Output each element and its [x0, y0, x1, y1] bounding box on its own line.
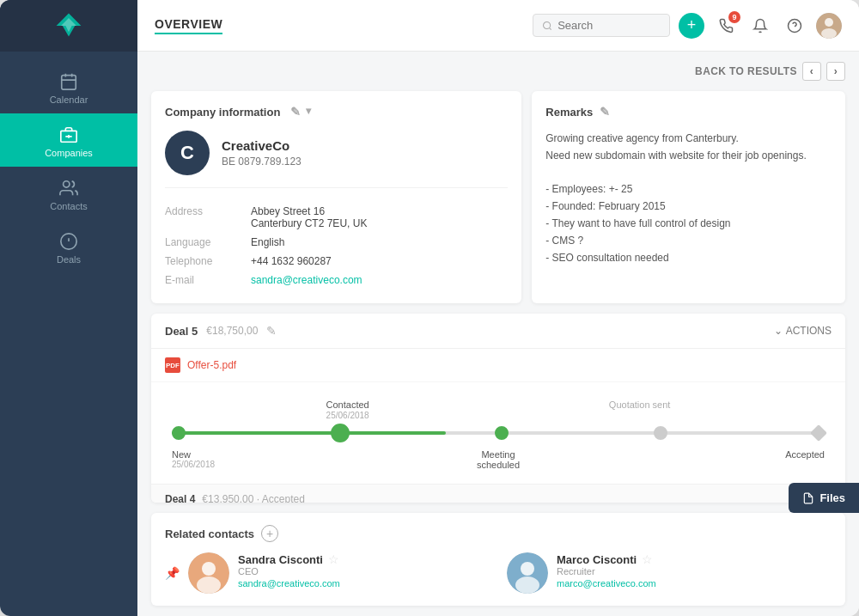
company-logo-letter: C — [180, 142, 194, 164]
address-row: Address Abbey Street 16 Canterbury CT2 7… — [165, 202, 508, 233]
company-vat: BE 0879.789.123 — [222, 156, 302, 168]
sandra-role: CEO — [238, 566, 340, 576]
company-name-block: CreativeCo BE 0879.789.123 — [222, 138, 302, 168]
svg-point-25 — [515, 576, 539, 594]
stage-labels: New 25/06/2018 Meeting scheduled Accepte… — [172, 449, 825, 470]
sandra-name-row: Sandra Cisconti ☆ — [238, 552, 340, 566]
sidebar-item-calendar[interactable]: Calendar — [0, 60, 137, 113]
telephone-value: +44 1632 960287 — [251, 255, 332, 267]
sidebar-item-companies[interactable]: Companies — [0, 113, 137, 167]
search-box[interactable] — [533, 14, 670, 37]
company-name: CreativeCo — [222, 138, 302, 153]
actions-label: ACTIONS — [786, 325, 832, 337]
sandra-name: Sandra Cisconti — [238, 553, 323, 566]
stage-meeting-dot — [495, 426, 509, 440]
deal5-actions[interactable]: ⌄ ACTIONS — [774, 325, 832, 337]
sandra-avatar — [188, 552, 229, 594]
progress-stages — [172, 424, 825, 442]
deal5-amount: €18,750,00 — [206, 325, 258, 337]
deal5-file-name[interactable]: Offer-5.pdf — [187, 359, 236, 371]
stage-top-labels: Contacted25/06/2018 Quotation sent — [172, 399, 825, 420]
remarks-edit-icon[interactable]: ✎ — [600, 105, 610, 119]
deal4-row[interactable]: Deal 4 €13,950,00 · Accepted — [151, 484, 845, 503]
company-info-card: Company information ✎ ▾ C CreativeCo BE … — [151, 91, 521, 303]
label-contacted — [318, 449, 387, 470]
related-title: Related contacts — [165, 528, 254, 540]
header-right: + 9 — [533, 13, 842, 39]
deal5-progress: Contacted25/06/2018 Quotation sent — [151, 382, 845, 484]
search-input[interactable] — [557, 19, 661, 32]
svg-point-19 — [821, 28, 837, 39]
notifications-button[interactable]: 9 — [713, 13, 739, 39]
nav-next-arrow[interactable]: › — [826, 62, 845, 81]
deal5-file-row: PDF Offer-5.pdf — [151, 349, 845, 382]
deal5-title-area: Deal 5 €18,750,00 ✎ — [165, 324, 277, 338]
sandra-email[interactable]: sandra@creativeco.com — [238, 578, 340, 589]
add-contact-button[interactable]: + — [261, 525, 278, 542]
remarks-title: Remarks — [545, 106, 593, 119]
sidebar-deals-label: Deals — [57, 254, 81, 265]
stage-accepted-name: Accepted — [785, 449, 825, 460]
files-button[interactable]: Files — [789, 483, 859, 513]
company-edit-icon[interactable]: ✎ — [290, 105, 301, 119]
bell-icon — [752, 18, 768, 34]
marco-avatar — [507, 552, 548, 594]
company-info-top: C CreativeCo BE 0879.789.123 — [165, 131, 508, 188]
pdf-icon: PDF — [165, 357, 180, 373]
marco-name-row: Marco Cisconti ☆ — [557, 552, 656, 566]
sidebar-nav: Calendar Companies Contacts — [0, 52, 137, 616]
deal4-amount: €13,950,00 — [202, 493, 253, 503]
user-avatar[interactable] — [816, 13, 842, 39]
marco-star-icon[interactable]: ☆ — [642, 552, 653, 566]
content-area: BACK TO RESULTS ‹ › Company information … — [137, 52, 859, 616]
sidebar-item-contacts[interactable]: Contacts — [0, 167, 137, 220]
remarks-text: Growing creative agency from Canterbury.… — [545, 131, 832, 266]
label-meeting: Meeting scheduled — [464, 449, 533, 470]
contact-marco: Marco Cisconti ☆ Recruiter marco@creativ… — [507, 552, 832, 594]
deal5-edit-icon[interactable]: ✎ — [266, 324, 277, 338]
sidebar-item-deals[interactable]: Deals — [0, 220, 137, 273]
sandra-info: Sandra Cisconti ☆ CEO sandra@creativeco.… — [238, 552, 340, 589]
deal4-details: €13,950,00 · Accepted — [202, 493, 304, 503]
svg-rect-2 — [62, 76, 76, 90]
page-title: OVERVIEW — [155, 17, 222, 34]
alert-button[interactable] — [747, 13, 773, 39]
deal5-card: Deal 5 €18,750,00 ✎ ⌄ ACTIONS PDF Offer-… — [151, 314, 845, 503]
files-label: Files — [819, 491, 845, 504]
telephone-label: Telephone — [165, 255, 234, 267]
help-button[interactable] — [782, 13, 807, 39]
contacts-row: 📌 Sandra Cisconti ☆ — [165, 552, 832, 594]
company-header-actions: ✎ ▾ — [290, 105, 311, 119]
stage-new-date: 25/06/2018 — [172, 460, 215, 469]
company-logo: C — [165, 131, 210, 175]
marco-email[interactable]: marco@creativeco.com — [557, 578, 656, 589]
stage-contacted-dot — [331, 424, 350, 442]
contact-sandra: 📌 Sandra Cisconti ☆ — [165, 552, 490, 594]
file-icon — [802, 492, 814, 504]
svg-point-24 — [521, 562, 534, 576]
email-label: E-mail — [165, 274, 234, 286]
svg-point-9 — [64, 181, 70, 187]
company-dropdown-icon[interactable]: ▾ — [306, 105, 311, 119]
sandra-star-icon[interactable]: ☆ — [328, 552, 339, 566]
main-area: OVERVIEW + 9 — [137, 0, 859, 616]
language-row: Language English — [165, 233, 508, 252]
stage-new-name: New — [172, 449, 191, 460]
stage-quotation-dot — [654, 426, 667, 440]
chevron-down-icon: ⌄ — [774, 325, 783, 337]
svg-point-22 — [197, 576, 221, 594]
back-to-results[interactable]: BACK TO RESULTS — [695, 65, 797, 77]
language-label: Language — [165, 236, 234, 248]
svg-point-18 — [825, 18, 833, 27]
add-button[interactable]: + — [679, 13, 704, 39]
help-icon — [787, 18, 802, 34]
deal5-header: Deal 5 €18,750,00 ✎ ⌄ ACTIONS — [151, 314, 845, 349]
nav-prev-arrow[interactable]: ‹ — [802, 62, 821, 81]
cards-row: Company information ✎ ▾ C CreativeCo BE … — [151, 91, 845, 303]
label-accepted: Accepted — [756, 449, 825, 470]
remarks-card-header: Remarks ✎ — [545, 105, 832, 119]
address-label: Address — [165, 205, 234, 229]
sidebar-contacts-label: Contacts — [50, 201, 87, 211]
email-row: E-mail sandra@creativeco.com — [165, 271, 508, 290]
language-value: English — [251, 236, 284, 248]
